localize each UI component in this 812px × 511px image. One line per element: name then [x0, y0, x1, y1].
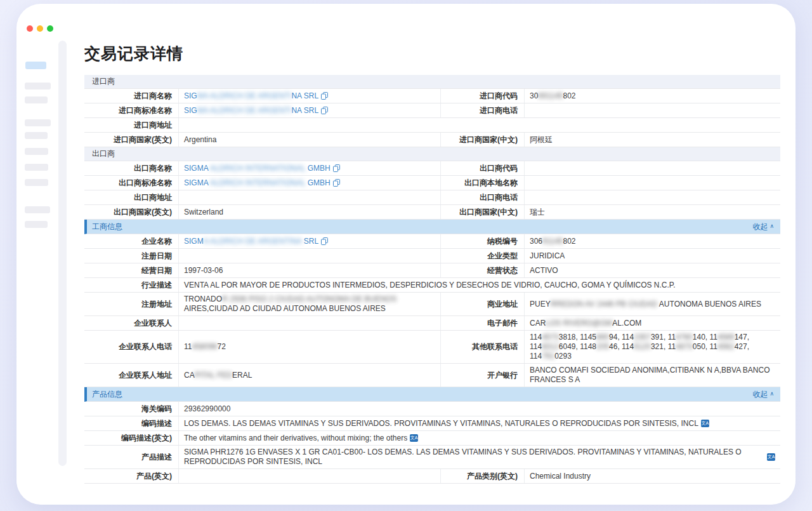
translate-icon[interactable]: 文A: [767, 453, 775, 461]
field-label: 进口商标准名称: [84, 103, 178, 117]
field-value: CARLOS RIVERO@GMAL.COM: [524, 316, 780, 330]
field-label: 企业联系人: [84, 316, 178, 330]
field-value: 瑞士: [524, 205, 780, 219]
sidebar-item[interactable]: [25, 96, 48, 103]
collapse-product-link[interactable]: 收起∧: [752, 389, 774, 400]
field-label: 进口商名称: [84, 89, 178, 103]
importer-name-link[interactable]: SIGMA ALDRICH DE ARGENTINA SRL: [184, 91, 318, 101]
copy-icon[interactable]: [333, 179, 340, 187]
field-label: 纳税编号: [440, 234, 524, 248]
field-label: 海关编码: [84, 402, 178, 416]
field-label: 编码描述: [84, 416, 178, 430]
detail-table: 进口商 进口商名称 SIGMA ALDRICH DE ARGENTINA SRL…: [84, 75, 780, 484]
field-label: 进口商代码: [440, 89, 524, 103]
field-value: PUEYRREDON AV 2446 PB CIUDAD AUTONOMA BU…: [524, 293, 780, 315]
field-value: 1997-03-06: [178, 263, 440, 277]
table-row: 经营日期 1997-03-06 经营状态 ACTIVO: [84, 263, 780, 278]
field-value: SIGMA ALDRICH INTERNATIONAL GMBH: [178, 176, 440, 190]
field-value: Switzerland: [178, 205, 440, 219]
exporter-std-name-link[interactable]: SIGMA ALDRICH INTERNATIONAL GMBH: [184, 178, 331, 188]
copy-icon[interactable]: [333, 164, 340, 172]
sidebar-item[interactable]: [25, 83, 51, 90]
section-header-exporter: 出口商: [84, 147, 780, 161]
maximize-window-icon[interactable]: [47, 25, 53, 32]
field-label: 企业名称: [84, 234, 178, 248]
field-value: 30691145802: [524, 234, 780, 248]
sidebar-item[interactable]: [25, 221, 48, 228]
collapse-business-link[interactable]: 收起∧: [752, 222, 774, 232]
table-row: 企业联系人地址 CAPITAL FEDERAL 开户银行 BANCO COMAF…: [84, 364, 780, 387]
detail-page: 交易记录详情 进口商 进口商名称 SIGMA ALDRICH DE ARGENT…: [84, 41, 780, 484]
sidebar-item-active[interactable]: [25, 62, 46, 69]
table-row: 出口商国家(英文) Switzerland 出口商国家(中文) 瑞士: [84, 205, 780, 220]
table-row: 进口商名称 SIGMA ALDRICH DE ARGENTINA SRL 进口商…: [84, 89, 780, 103]
sidebar-item[interactable]: [25, 148, 48, 155]
field-value: 30691145802: [524, 89, 780, 103]
section-title: 工商信息: [92, 222, 122, 232]
field-value: CAPITAL FEDERAL: [178, 364, 440, 387]
copy-icon[interactable]: [321, 107, 328, 114]
section-header-product-info: 产品信息 收起∧: [84, 387, 780, 402]
window-controls: [27, 25, 53, 32]
section-header-business-info: 工商信息 收起∧: [84, 220, 780, 234]
field-label: 行业描述: [84, 278, 178, 292]
content-divider: [58, 41, 67, 466]
field-label: 经营日期: [84, 263, 178, 277]
sidebar-item[interactable]: [25, 119, 51, 126]
sidebar-item[interactable]: [25, 206, 50, 213]
field-value: 11445733818, 114589094, 1142357391, 1147…: [524, 331, 780, 363]
table-row: 出口商标准名称 SIGMA ALDRICH INTERNATIONAL GMBH…: [84, 176, 780, 190]
chevron-up-icon: ∧: [769, 223, 774, 229]
field-value: JURIDICA: [524, 249, 780, 263]
field-label: 产品(英文): [84, 469, 178, 483]
section-title: 产品信息: [92, 389, 122, 400]
field-value: [178, 190, 440, 204]
minimize-window-icon[interactable]: [37, 25, 43, 32]
chevron-up-icon: ∧: [769, 391, 774, 397]
sidebar-item[interactable]: [25, 179, 48, 186]
field-label: 注册地址: [84, 293, 178, 315]
close-window-icon[interactable]: [27, 25, 33, 32]
sidebar-item[interactable]: [25, 164, 48, 171]
table-row: 产品描述 SIGMA PHR1276 1G ENVASES X 1 GR CA0…: [84, 446, 780, 469]
field-value: [178, 469, 440, 483]
field-label: 企业联系人电话: [84, 331, 178, 363]
field-value: [178, 249, 440, 263]
field-value: [524, 190, 780, 204]
translate-icon[interactable]: 文A: [410, 434, 418, 442]
company-name-link[interactable]: SIGMA ALDRICH DE ARGENTINA SRL: [184, 237, 318, 246]
field-label: 进口商电话: [440, 103, 524, 117]
field-value: BANCO COMAFI SOCIEDAD ANONIMA,CITIBANK N…: [524, 364, 780, 387]
field-value: [178, 118, 780, 132]
translate-icon[interactable]: 文A: [701, 420, 709, 427]
field-label: 出口商国家(中文): [440, 205, 524, 219]
sidebar-item[interactable]: [25, 132, 48, 139]
field-value: [524, 176, 780, 190]
table-row: 注册地址 TRONADOR 2936 PISO 2 CIUDAD AUTONOM…: [84, 293, 780, 316]
field-label: 企业联系人地址: [84, 364, 178, 387]
field-value: 1145809672: [178, 331, 440, 363]
field-label: 商业地址: [440, 293, 524, 315]
section-header-importer: 进口商: [84, 75, 780, 89]
field-value: SIGMA ALDRICH DE ARGENTINA SRL: [178, 103, 440, 117]
field-value: [524, 161, 780, 175]
field-label: 出口商标准名称: [84, 176, 178, 190]
table-row: 企业名称 SIGMA ALDRICH DE ARGENTINA SRL 纳税编号…: [84, 234, 780, 249]
field-label: 出口商代码: [440, 161, 524, 175]
field-label: 编码描述(英文): [84, 431, 178, 445]
field-label: 进口商国家(中文): [440, 133, 524, 147]
field-value: 29362990000: [178, 402, 780, 416]
section-title: 出口商: [92, 149, 115, 159]
field-label: 出口商国家(英文): [84, 205, 178, 219]
table-row: 海关编码 29362990000: [84, 402, 780, 416]
field-value: Chemical Industry: [524, 469, 780, 483]
field-label: 进口商地址: [84, 118, 178, 132]
copy-icon[interactable]: [321, 237, 328, 245]
importer-std-name-link[interactable]: SIGMA ALDRICH DE ARGENTINA SRL: [184, 106, 318, 116]
exporter-name-link[interactable]: SIGMA ALDRICH INTERNATIONAL GMBH: [184, 164, 331, 173]
copy-icon[interactable]: [321, 92, 328, 100]
field-value: [178, 316, 440, 330]
field-label: 出口商电话: [440, 190, 524, 204]
table-row: 进口商地址: [84, 118, 780, 133]
table-row: 编码描述 LOS DEMAS. LAS DEMAS VITAMINAS Y SU…: [84, 416, 780, 431]
